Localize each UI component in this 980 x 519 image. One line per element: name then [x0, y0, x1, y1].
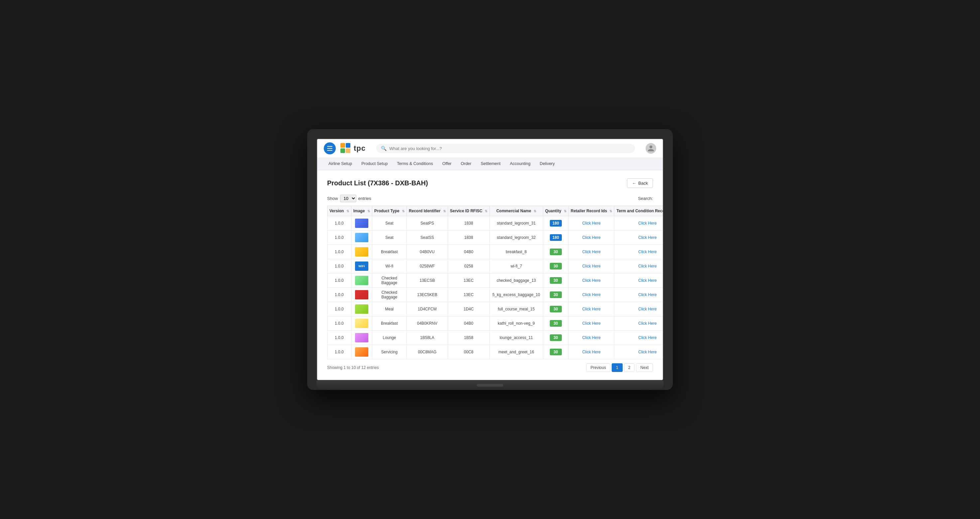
search-bar[interactable]: 🔍: [376, 144, 635, 153]
cell-term[interactable]: Click Here: [614, 331, 663, 345]
cell-term[interactable]: Click Here: [614, 245, 663, 259]
cell-record-id: 04B0KRNV: [407, 316, 448, 331]
show-entries: Show 10 25 50 entries: [327, 195, 371, 202]
col-product-type[interactable]: Product Type ⇅: [372, 206, 407, 216]
cell-term[interactable]: Click Here: [614, 345, 663, 359]
search-input[interactable]: [389, 146, 630, 151]
cell-retailer[interactable]: Click Here: [568, 288, 614, 302]
nav-accounting[interactable]: Accounting: [505, 158, 535, 170]
cell-record-id: 13EC5KEB: [407, 288, 448, 302]
cell-term[interactable]: Click Here: [614, 302, 663, 316]
cell-record-id: 1D4CFCM: [407, 302, 448, 316]
cell-image: [351, 245, 372, 259]
nav-product-setup[interactable]: Product Setup: [357, 158, 392, 170]
cell-record-id: SeatSS: [407, 230, 448, 245]
nav-settlement[interactable]: Settlement: [476, 158, 505, 170]
col-commercial-name[interactable]: Commercial Name ⇅: [490, 206, 543, 216]
previous-button[interactable]: Previous: [586, 363, 610, 372]
cell-product-type: Seat: [372, 230, 407, 245]
cell-quantity: 30: [543, 331, 568, 345]
logo-text: tpc: [354, 144, 366, 153]
cell-commercial-name: wi-fi_7: [490, 259, 543, 273]
cell-version: 1.0.0: [328, 273, 352, 288]
back-button[interactable]: ← Back: [627, 178, 653, 188]
search-label: Search:: [638, 196, 653, 201]
svg-rect-2: [340, 149, 345, 153]
cell-retailer[interactable]: Click Here: [568, 302, 614, 316]
page-1-button[interactable]: 1: [612, 363, 623, 372]
cell-service-id: 04B0: [448, 316, 490, 331]
cell-term[interactable]: Click Here: [614, 230, 663, 245]
showing-text: Showing 1 to 10 of 12 entries: [327, 365, 379, 370]
nav-terms-conditions[interactable]: Terms & Conditions: [392, 158, 438, 170]
cell-image: WiFi: [351, 259, 372, 273]
user-avatar[interactable]: [646, 143, 656, 154]
svg-rect-3: [346, 149, 350, 153]
cell-service-id: 00C8: [448, 345, 490, 359]
col-retailer[interactable]: Retailer Record Ids ⇅: [568, 206, 614, 216]
cell-retailer[interactable]: Click Here: [568, 331, 614, 345]
col-version[interactable]: Version ⇅: [328, 206, 352, 216]
table-header-row: Version ⇅ Image ⇅ Product Type ⇅ Record …: [328, 206, 664, 216]
table-row: 1.0.0 Checked Baggage 13EC5KEB 13EC 5_kg…: [328, 288, 664, 302]
page-title: Product List (7X386 - DXB-BAH): [327, 179, 428, 187]
logo-icon: [340, 142, 352, 154]
cell-service-id: 1B58: [448, 331, 490, 345]
cell-retailer[interactable]: Click Here: [568, 259, 614, 273]
col-quantity[interactable]: Quantity ⇅: [543, 206, 568, 216]
pagination: Previous 1 2 Next: [586, 363, 653, 372]
cell-retailer[interactable]: Click Here: [568, 245, 614, 259]
nav-offer[interactable]: Offer: [438, 158, 456, 170]
laptop-base: [317, 381, 663, 390]
nav-airline-setup[interactable]: Airline Setup: [324, 158, 357, 170]
cell-retailer[interactable]: Click Here: [568, 230, 614, 245]
cell-term[interactable]: Click Here: [614, 259, 663, 273]
cell-record-id: SeatPS: [407, 216, 448, 230]
table-row: 1.0.0 Breakfast 04B0VU 04B0 breakfast_8 …: [328, 245, 664, 259]
cell-record-id: 1B58LA: [407, 331, 448, 345]
cell-quantity: 30: [543, 288, 568, 302]
cell-commercial-name: standard_legroom_32: [490, 230, 543, 245]
app-header: tpc 🔍: [317, 139, 663, 158]
table-controls: Show 10 25 50 entries Search:: [327, 195, 653, 202]
cell-retailer[interactable]: Click Here: [568, 273, 614, 288]
table-row: 1.0.0 Checked Baggage 13ECSB 13EC checke…: [328, 273, 664, 288]
table-footer: Showing 1 to 10 of 12 entries Previous 1…: [327, 363, 653, 372]
cell-term[interactable]: Click Here: [614, 288, 663, 302]
table-row: 1.0.0 Lounge 1B58LA 1B58 lounge_access_1…: [328, 331, 664, 345]
nav-order[interactable]: Order: [456, 158, 476, 170]
col-image[interactable]: Image ⇅: [351, 206, 372, 216]
cell-version: 1.0.0: [328, 230, 352, 245]
cell-commercial-name: meet_and_greet_16: [490, 345, 543, 359]
cell-product-type: Servicing: [372, 345, 407, 359]
cell-service-id: 0258: [448, 259, 490, 273]
next-button[interactable]: Next: [636, 363, 653, 372]
cell-retailer[interactable]: Click Here: [568, 316, 614, 331]
cell-retailer[interactable]: Click Here: [568, 345, 614, 359]
cell-term[interactable]: Click Here: [614, 216, 663, 230]
cell-product-type: Checked Baggage: [372, 288, 407, 302]
table-row: 1.0.0 Servicing 00C8MAG 00C8 meet_and_gr…: [328, 345, 664, 359]
cell-image: [351, 216, 372, 230]
cell-record-id: 0258WF: [407, 259, 448, 273]
cell-quantity: 30: [543, 302, 568, 316]
cell-service-id: 04B0: [448, 245, 490, 259]
col-term[interactable]: Term and Condition Record Id ⇅: [614, 206, 663, 216]
cell-product-type: Wi-fi: [372, 259, 407, 273]
cell-retailer[interactable]: Click Here: [568, 216, 614, 230]
cell-version: 1.0.0: [328, 316, 352, 331]
cell-version: 1.0.0: [328, 216, 352, 230]
col-service-id[interactable]: Service ID RFISC ⇅: [448, 206, 490, 216]
svg-rect-0: [340, 143, 345, 148]
cell-image: [351, 230, 372, 245]
cell-quantity: 180: [543, 230, 568, 245]
cell-term[interactable]: Click Here: [614, 273, 663, 288]
menu-button[interactable]: [324, 142, 336, 154]
cell-product-type: Checked Baggage: [372, 273, 407, 288]
cell-service-id: 1838: [448, 230, 490, 245]
entries-select[interactable]: 10 25 50: [340, 195, 356, 202]
col-record-id[interactable]: Record Identifier ⇅: [407, 206, 448, 216]
cell-term[interactable]: Click Here: [614, 316, 663, 331]
nav-delivery[interactable]: Delivery: [535, 158, 560, 170]
page-2-button[interactable]: 2: [624, 363, 635, 372]
